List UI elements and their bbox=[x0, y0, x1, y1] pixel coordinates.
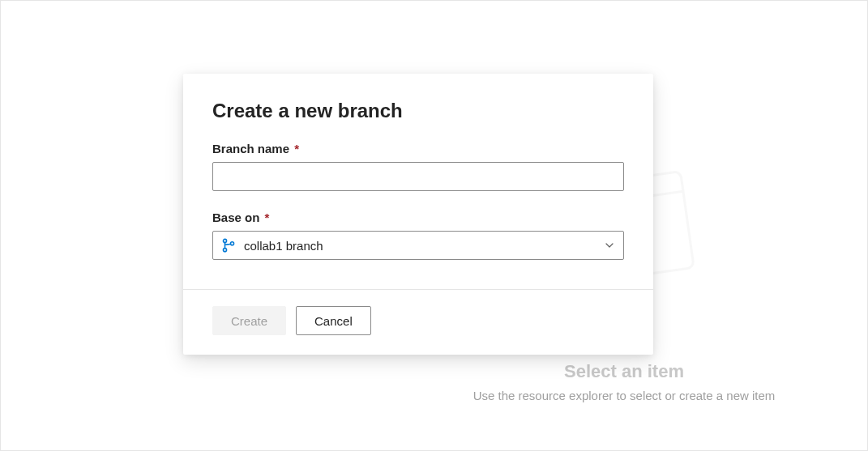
required-asterisk: * bbox=[294, 142, 299, 155]
chevron-down-icon bbox=[604, 240, 615, 251]
base-on-selected-value: collab1 branch bbox=[244, 239, 604, 253]
create-button[interactable]: Create bbox=[212, 306, 286, 335]
branch-name-input[interactable] bbox=[212, 162, 624, 191]
dialog-body: Create a new branch Branch name * Base o… bbox=[183, 74, 653, 289]
base-on-group: Base on * collab1 branch bbox=[212, 211, 624, 260]
svg-point-7 bbox=[223, 239, 226, 242]
branch-name-label: Branch name * bbox=[212, 142, 299, 155]
required-asterisk: * bbox=[265, 211, 270, 224]
base-on-dropdown[interactable]: collab1 branch bbox=[212, 231, 624, 260]
branch-name-group: Branch name * bbox=[212, 142, 624, 191]
branch-icon bbox=[221, 238, 236, 253]
dialog-footer: Create Cancel bbox=[183, 289, 653, 355]
svg-point-8 bbox=[223, 249, 226, 252]
cancel-button[interactable]: Cancel bbox=[296, 306, 371, 335]
empty-state-subtext: Use the resource explorer to select or c… bbox=[473, 389, 776, 402]
base-on-label-text: Base on bbox=[212, 211, 259, 224]
branch-name-label-text: Branch name bbox=[212, 142, 289, 155]
dialog-title: Create a new branch bbox=[212, 100, 624, 122]
base-on-label: Base on * bbox=[212, 211, 269, 224]
create-branch-dialog: Create a new branch Branch name * Base o… bbox=[183, 74, 653, 355]
svg-point-9 bbox=[230, 242, 233, 245]
empty-state-heading: Select an item bbox=[564, 361, 684, 382]
